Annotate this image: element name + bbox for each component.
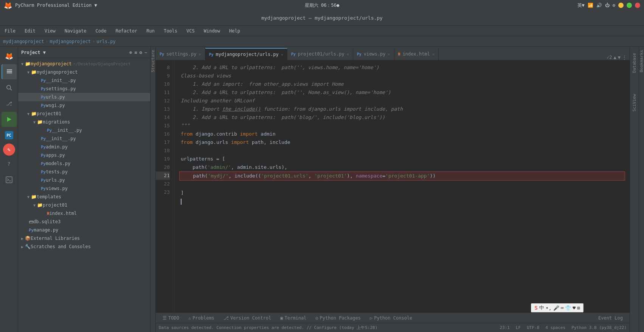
code-area[interactable]: 2. Add a URL to urlpatterns: path('', vi… (175, 60, 630, 312)
lang-indicator[interactable]: 英▼ (577, 2, 585, 9)
project-minus-icon[interactable]: − (144, 50, 147, 55)
tab-options[interactable]: ✓2 ▲ ▼ ⋮ (604, 55, 630, 60)
tab-close-views[interactable]: ✕ (388, 52, 390, 56)
menu-tools[interactable]: Tools (162, 28, 179, 34)
tab-close-project01-urls[interactable]: ✕ (347, 52, 349, 56)
sidebar-icon-firefox[interactable]: 🦊 (2, 48, 17, 63)
maximize-btn[interactable] (627, 3, 632, 8)
python-version[interactable]: Python 3.8 (py38_dj22) (571, 325, 627, 330)
structure-label[interactable]: Structure (150, 47, 156, 76)
encoding[interactable]: UTF-8 (527, 325, 539, 330)
ime-mic[interactable]: 🎤 (553, 305, 559, 311)
tab-python-console[interactable]: ▷ Python Console (366, 315, 416, 321)
tree-item-views[interactable]: Py views.py (18, 184, 150, 193)
volume-icon[interactable]: 🔊 (596, 3, 602, 8)
sciview-panel-tab[interactable]: SciView (631, 91, 638, 114)
breadcrumb-part3[interactable]: urls.py (96, 39, 116, 44)
menu-edit[interactable]: Edit (23, 28, 37, 34)
tree-item-mydjangoproject[interactable]: 📁 mydjangoproject (18, 68, 150, 76)
tree-item-project01-tmpl[interactable]: 📁 project01 (18, 201, 150, 209)
tab-problems[interactable]: ⚠ Problems (185, 315, 218, 321)
tree-item-migrations-init[interactable]: Py __init__.py (18, 126, 150, 134)
ime-shirt[interactable]: 👕 (565, 305, 571, 311)
app-name[interactable]: PyCharm Professional Edition ▼ (15, 3, 97, 8)
menu-help[interactable]: Help (228, 28, 242, 34)
tree-item-index-html[interactable]: H index.html (18, 209, 150, 218)
menu-vcs[interactable]: VCS (185, 28, 196, 34)
cursor-position[interactable]: 23:1 (500, 325, 510, 330)
line-ending[interactable]: LF (516, 325, 521, 330)
tab-close-index[interactable]: ✕ (432, 52, 435, 56)
folder-icon: 📁 (25, 61, 31, 66)
code-editor[interactable]: 8 9 10 11 12 13 14 15 16 17 18 19 20 21 … (156, 60, 630, 312)
sidebar-icon-pycharm[interactable]: PC (2, 128, 17, 143)
menu-navigate[interactable]: Navigate (63, 28, 88, 34)
database-panel-tab[interactable]: Database (631, 50, 638, 76)
project-settings-icon[interactable]: ⊕ (129, 50, 132, 55)
tab-version-control[interactable]: ⎇ Version Control (220, 315, 275, 321)
tree-item-scratches[interactable]: 🔧 Scratches and Consoles (18, 242, 150, 251)
tab-project01-urls[interactable]: Py project01/urls.py ✕ (287, 48, 353, 60)
tree-label: Scratches and Consoles (31, 244, 91, 249)
project-gear-icon[interactable]: ⚙ (140, 50, 142, 55)
tree-item-manage[interactable]: Py manage.py (18, 226, 150, 234)
tree-item-tests[interactable]: Py tests.py (18, 168, 150, 176)
folder-icon: 🔧 (25, 244, 31, 249)
sidebar-icon-terminal[interactable] (2, 172, 17, 187)
menu-file[interactable]: File (3, 28, 17, 34)
tree-item-ext-libs[interactable]: 📦 External Libraries (18, 234, 150, 242)
indent[interactable]: 4 spaces (545, 325, 565, 330)
tree-item-wsgi[interactable]: Py wsgi.py (18, 101, 150, 110)
tab-index-html[interactable]: H index.html ✕ (394, 48, 439, 60)
menu-run[interactable]: Run (145, 28, 156, 34)
sidebar-icon-search[interactable] (2, 80, 17, 95)
bookmarks-label[interactable]: Bookmarks (638, 47, 644, 76)
firefox-icon[interactable]: 🦊 (4, 2, 12, 9)
sidebar-icon-project[interactable] (2, 64, 17, 79)
tab-settings[interactable]: Py settings.py ✕ (156, 48, 205, 60)
event-log[interactable]: Event Log (594, 315, 627, 321)
ime-chinese[interactable]: 中 (539, 304, 544, 311)
tab-close-urls[interactable]: ✕ (281, 53, 283, 57)
menu-refactor[interactable]: Refactor (114, 28, 139, 34)
tab-terminal[interactable]: ▣ Terminal (276, 315, 310, 321)
menu-code[interactable]: Code (94, 28, 108, 34)
tree-item-apps[interactable]: Py apps.py (18, 151, 150, 159)
project-collapse-icon[interactable]: ≡ (134, 50, 137, 55)
tree-item-migrations[interactable]: 📁 migrations (18, 118, 150, 126)
tree-item-root[interactable]: 📁 mydjangoproject ~/Desktop/DjangoProjec… (18, 60, 150, 68)
chevron-up-icon[interactable]: ▲ (614, 55, 616, 60)
breadcrumb-part1[interactable]: mydjangoproject (3, 39, 44, 44)
tab-python-packages[interactable]: ◎ Python Packages (312, 315, 365, 321)
ime-grid[interactable]: ⊞ (577, 305, 580, 311)
ime-heart[interactable]: ♥ (573, 305, 576, 311)
tab-views[interactable]: Py views.py ✕ (353, 48, 394, 60)
tree-item-urls[interactable]: Py urls.py (18, 93, 150, 101)
close-btn[interactable] (635, 3, 640, 8)
menu-window[interactable]: Window (202, 28, 222, 34)
tree-item-templates[interactable]: 📁 templates (18, 193, 150, 201)
minimize-btn[interactable] (618, 3, 624, 8)
tree-item-db[interactable]: 🗃 db.sqlite3 (18, 218, 150, 226)
menu-view[interactable]: View (43, 28, 57, 34)
tree-item-init1[interactable]: Py __init__.py (18, 76, 150, 85)
power-icon[interactable]: ⏻ (605, 3, 610, 8)
tab-close-settings[interactable]: ✕ (199, 52, 201, 56)
chevron-down-icon[interactable]: ▼ (618, 55, 621, 60)
tab-urls[interactable]: Py mydjangoproject/urls.py ✕ (205, 48, 287, 60)
tree-item-project01[interactable]: 📁 project01 (18, 110, 150, 118)
sidebar-icon-vcs[interactable]: ⎇ (2, 96, 17, 111)
tree-item-proj-urls[interactable]: Py urls.py (18, 176, 150, 184)
tree-item-admin[interactable]: Py admin.py (18, 143, 150, 151)
ime-keyboard[interactable]: ⌨ (561, 305, 564, 311)
sidebar-icon-run[interactable] (2, 112, 17, 127)
tab-todo[interactable]: ☰ TODO (159, 315, 183, 321)
more-tabs-icon[interactable]: ⋮ (622, 55, 627, 60)
sidebar-icon-plugins[interactable]: ? (2, 156, 17, 171)
tree-item-proj-init[interactable]: Py __init__.py (18, 134, 150, 143)
sidebar-icon-database[interactable]: ✎ (3, 144, 15, 156)
tree-item-settings[interactable]: Py settings.py (18, 85, 150, 93)
tree-item-models[interactable]: Py models.py (18, 159, 150, 168)
breadcrumb-part2[interactable]: mydjangoproject (50, 39, 91, 44)
settings-icon[interactable]: ⚙ (613, 3, 615, 8)
